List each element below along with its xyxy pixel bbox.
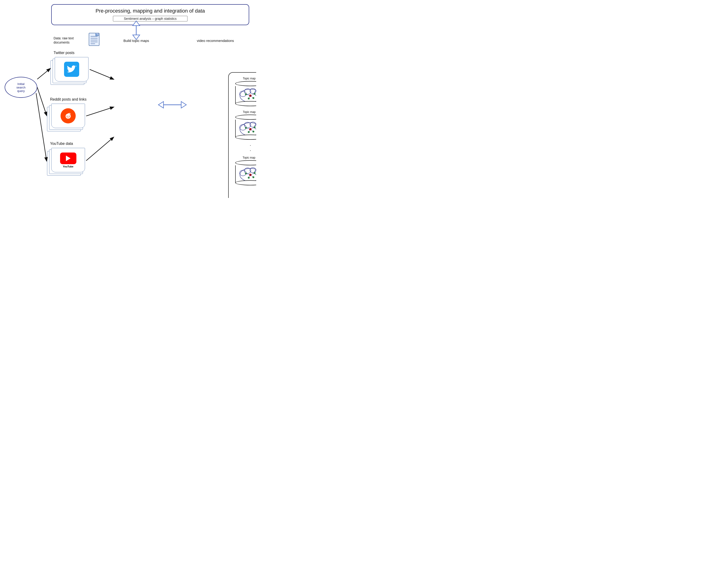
reddit-label: Reddit posts and links — [50, 97, 87, 102]
top-processing-box: Pre-processing, mapping and integration … — [51, 4, 249, 25]
document-icon — [88, 33, 100, 48]
svg-point-14 — [67, 116, 67, 116]
youtube-card-stack: YouTube — [47, 148, 86, 177]
raw-text-label: Data: raw text documents — [54, 36, 74, 44]
youtube-data-icon — [60, 153, 76, 164]
svg-point-11 — [69, 114, 70, 114]
topic-maps-container: Topic map 1 — [228, 72, 256, 198]
reddit-icon — [61, 108, 76, 123]
search-query-ellipse: Initial search query — [5, 77, 37, 98]
topic-map-1-label: Topic map 1 — [243, 77, 256, 80]
svg-line-68 — [90, 69, 113, 79]
svg-marker-75 — [158, 102, 163, 108]
topic-map-n-label: Topic map N — [243, 156, 256, 159]
topic-map-n: Topic map N — [232, 156, 256, 185]
svg-line-69 — [86, 107, 113, 116]
svg-marker-76 — [181, 102, 186, 108]
youtube-card-text: YouTube — [63, 165, 73, 168]
arrows-layer — [0, 0, 256, 198]
topic-map-1: Topic map 1 — [232, 77, 256, 106]
svg-line-30 — [250, 96, 253, 98]
build-topic-maps-label: Build topic maps — [114, 39, 158, 43]
topic-dots: ·· — [250, 143, 251, 153]
twitter-label: Twitter posts — [54, 51, 75, 55]
svg-point-15 — [69, 116, 69, 116]
top-box-subtitle: Sentiment analysis – graph statistics — [113, 16, 187, 21]
reddit-card-stack — [47, 104, 86, 133]
video-recs-bottom-label: video recommendations — [184, 39, 247, 43]
svg-line-44 — [250, 129, 253, 132]
topic-map-2-label: Topic map 2 — [243, 110, 256, 114]
twitter-card-stack — [50, 57, 90, 86]
top-box-title: Pre-processing, mapping and integration … — [56, 8, 244, 14]
svg-line-58 — [250, 175, 253, 177]
svg-point-17 — [68, 113, 69, 114]
search-query-label: Initial search query — [16, 82, 25, 93]
topic-map-2: Topic map 2 — [232, 110, 256, 140]
twitter-icon — [64, 62, 79, 77]
svg-line-70 — [86, 137, 113, 161]
youtube-data-label: YouTube data — [50, 142, 73, 146]
